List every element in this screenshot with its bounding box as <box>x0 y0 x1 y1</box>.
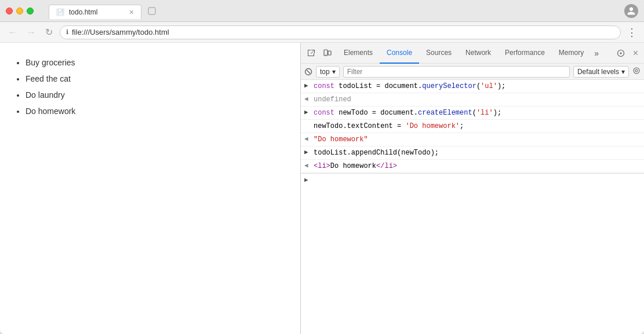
entry-content: undefined <box>314 94 641 105</box>
log-levels-icon: ▾ <box>621 68 625 76</box>
devtools-toolbar: Elements Console Sources Network Perform… <box>301 43 644 64</box>
string-value: 'li' <box>476 109 493 117</box>
console-entry: newTodo.textContent = 'Do homework'; <box>301 120 644 133</box>
clear-console-button[interactable] <box>304 68 312 76</box>
address-text: file:///Users/sammy/todo.html <box>72 28 614 36</box>
tab-bar: 📄 todo.html × <box>44 3 620 19</box>
console-output[interactable]: ▶ const todoList = document.querySelecto… <box>301 80 644 334</box>
traffic-lights <box>6 8 34 14</box>
keyword-const: const <box>314 82 339 90</box>
devtools-panel: Elements Console Sources Network Perform… <box>300 43 644 334</box>
plain-text: ); <box>497 82 505 90</box>
address-icon: ℹ <box>66 28 68 36</box>
menu-button[interactable]: ⋮ <box>625 26 638 39</box>
devtools-right-icons: × <box>613 46 642 61</box>
tab-performance[interactable]: Performance <box>498 43 552 64</box>
dom-text: Do homework <box>330 162 376 170</box>
entry-arrow-left: ◀ <box>304 134 314 142</box>
console-entry: ▶ const newTodo = document.createElement… <box>301 107 644 120</box>
svg-point-5 <box>620 52 621 54</box>
plain-text: ( <box>476 82 481 90</box>
list-item: Feed the cat <box>26 71 289 87</box>
context-dropdown-icon: ▾ <box>332 68 336 76</box>
more-tabs-button[interactable]: » <box>591 46 602 60</box>
profile-button[interactable] <box>624 4 638 18</box>
devtools-close-button[interactable]: × <box>630 46 642 61</box>
new-tab-button[interactable] <box>144 3 160 19</box>
nav-bar: ← → ↻ ℹ file:///Users/sammy/todo.html ⋮ <box>0 22 644 43</box>
entry-expand-arrow[interactable]: ▶ <box>304 108 314 116</box>
undefined-value: undefined <box>314 96 351 104</box>
tab-sources[interactable]: Sources <box>419 43 459 64</box>
context-value: top <box>320 68 330 76</box>
entry-expand-arrow[interactable]: ▶ <box>304 148 314 156</box>
svg-rect-0 <box>148 8 155 14</box>
console-entry: ◀ "Do homework" <box>301 133 644 146</box>
string-value: 'ul' <box>481 82 497 90</box>
device-toolbar-button[interactable] <box>319 46 336 60</box>
dom-close-tag: </li> <box>376 162 397 170</box>
entry-content: const newTodo = document.createElement('… <box>314 108 641 118</box>
filter-input[interactable] <box>343 66 570 78</box>
svg-point-3 <box>325 54 326 56</box>
close-traffic-light[interactable] <box>6 8 13 14</box>
tab-title: todo.html <box>69 8 125 16</box>
entry-expand-arrow[interactable]: ▶ <box>304 81 314 89</box>
var-name: newTodo <box>339 109 368 117</box>
console-entry: ▶ todoList.appendChild(newTodo); <box>301 146 644 160</box>
plain-text: ; <box>460 122 464 130</box>
method-name: createElement <box>418 109 472 117</box>
plain-text: newTodo.textContent = <box>314 122 405 130</box>
maximize-traffic-light[interactable] <box>27 8 34 14</box>
tab-network[interactable]: Network <box>459 43 498 64</box>
plain-text: todoList.appendChild(newTodo); <box>314 149 439 157</box>
entry-content: "Do homework" <box>314 134 641 145</box>
console-input-row: ▶ <box>301 173 644 186</box>
reload-button[interactable]: ↻ <box>43 25 55 39</box>
dom-open-tag: <li> <box>314 162 330 170</box>
entry-content: const todoList = document.querySelector(… <box>314 81 641 91</box>
tab-console[interactable]: Console <box>380 43 419 64</box>
page-content: Buy groceries Feed the cat Do laundry Do… <box>0 43 300 334</box>
plain-text: = document. <box>372 82 422 90</box>
list-item: Do laundry <box>26 87 289 103</box>
svg-rect-2 <box>328 51 331 55</box>
string-value: 'Do homework' <box>405 122 460 130</box>
console-entry: ▶ const todoList = document.querySelecto… <box>301 80 644 93</box>
keyword-const: const <box>314 109 339 117</box>
devtools-tabs: Elements Console Sources Network Perform… <box>337 43 613 64</box>
context-selector[interactable]: top ▾ <box>316 66 340 78</box>
console-input[interactable] <box>314 176 641 184</box>
log-levels-label: Default levels <box>577 68 619 76</box>
tab-favicon: 📄 <box>56 8 64 16</box>
console-entry: ◀ undefined <box>301 93 644 107</box>
console-toolbar: top ▾ Default levels ▾ <box>301 64 644 80</box>
address-bar[interactable]: ℹ file:///Users/sammy/todo.html <box>60 25 621 39</box>
browser-tab[interactable]: 📄 todo.html × <box>49 5 141 19</box>
plain-text: ); <box>493 109 501 117</box>
tab-memory[interactable]: Memory <box>552 43 591 64</box>
plain-text: ( <box>472 109 476 117</box>
entry-arrow-left: ◀ <box>304 161 314 169</box>
console-settings-button[interactable] <box>632 67 641 76</box>
inspect-element-button[interactable] <box>303 46 319 60</box>
back-button[interactable]: ← <box>6 26 20 39</box>
content-area: Buy groceries Feed the cat Do laundry Do… <box>0 43 644 334</box>
var-name: todoList <box>339 82 372 90</box>
plain-text: = document. <box>368 109 418 117</box>
title-bar: 📄 todo.html × <box>0 0 644 22</box>
tab-elements[interactable]: Elements <box>337 43 380 64</box>
log-levels-selector[interactable]: Default levels ▾ <box>573 66 629 78</box>
list-item: Buy groceries <box>26 54 289 71</box>
list-item: Do homework <box>26 103 289 119</box>
svg-line-7 <box>307 70 310 74</box>
devtools-settings-button[interactable] <box>613 47 628 60</box>
entry-content: newTodo.textContent = 'Do homework'; <box>314 121 641 131</box>
minimize-traffic-light[interactable] <box>16 8 23 14</box>
browser-window: 📄 todo.html × ← → ↻ ℹ file:///Users/samm… <box>0 0 644 334</box>
forward-button[interactable]: → <box>24 26 38 39</box>
tab-close-button[interactable]: × <box>129 8 134 16</box>
method-name: querySelector <box>422 82 476 90</box>
console-entry: ◀ <li>Do homework</li> <box>301 160 644 173</box>
entry-content: todoList.appendChild(newTodo); <box>314 148 641 158</box>
